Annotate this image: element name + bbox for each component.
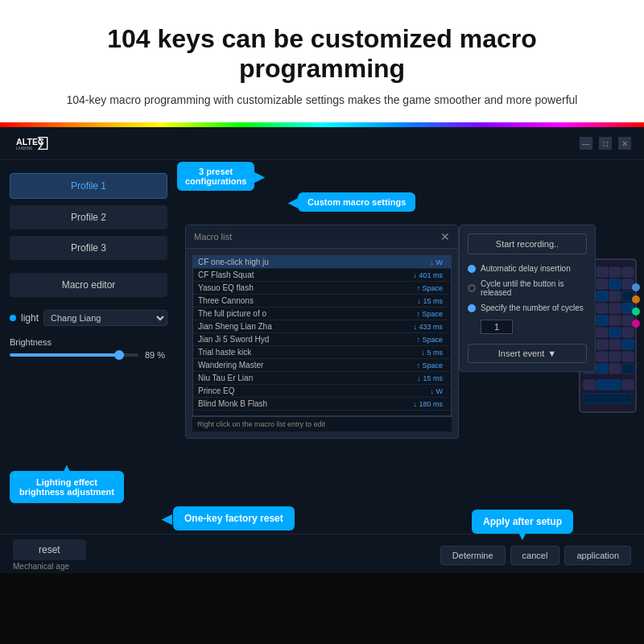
list-item[interactable]: Jian Ji 5 Sword Hyd ↑ Space xyxy=(193,333,451,346)
cancel-button[interactable]: cancel xyxy=(510,546,560,565)
svg-rect-41 xyxy=(584,380,595,390)
svg-point-46 xyxy=(632,295,640,303)
svg-rect-20 xyxy=(622,303,634,313)
profile-1-button[interactable]: Profile 1 xyxy=(10,173,167,199)
svg-rect-18 xyxy=(597,303,608,313)
macro-list-title: Macro list xyxy=(194,232,232,242)
apply-label: Apply after setup xyxy=(483,516,562,527)
macro-item-key: ↓ 433 ms xyxy=(413,323,443,331)
custom-macro-arrow-icon: ◀ xyxy=(288,195,298,210)
preset-callout-area: 3 presetconfigurations ▶ xyxy=(177,162,254,191)
list-item[interactable]: The full picture of o ↑ Space xyxy=(193,308,451,320)
dropdown-arrow-icon: ▼ xyxy=(547,349,556,358)
light-label: light xyxy=(21,312,39,324)
logo-area: ALTEC LANSING xyxy=(13,134,48,153)
application-button[interactable]: application xyxy=(564,546,631,565)
main-title: 104 keys can be customized macro program… xyxy=(32,24,612,84)
bottom-left: reset Mechanical age xyxy=(13,539,86,571)
svg-text:LANSING: LANSING xyxy=(16,147,33,151)
reset-button[interactable]: reset xyxy=(13,539,86,560)
cycle-button-label: Cycle until the button is released xyxy=(481,279,587,297)
insert-event-button[interactable]: Insert event ▼ xyxy=(468,344,587,363)
profile-2-button[interactable]: Profile 2 xyxy=(10,205,167,229)
macro-item-key: ↑ Space xyxy=(416,284,443,292)
macro-list[interactable]: CF one-click high ju ↓ W CF Flash Squat … xyxy=(192,255,452,416)
cycle-button-radio[interactable] xyxy=(468,284,476,292)
macro-item-name: Blind Monk B Flash xyxy=(198,399,410,408)
brightness-row: 89 % xyxy=(10,350,167,360)
macro-item-key: ↑ Space xyxy=(416,336,443,344)
macro-item-name: Trial haste kick xyxy=(198,348,418,357)
cycle-count-input[interactable] xyxy=(481,320,513,334)
light-section: light Chang Liang xyxy=(10,310,167,326)
macro-item-key: ↓ W xyxy=(431,258,444,266)
list-item[interactable]: Three Cannons ↓ 15 ms xyxy=(193,295,451,308)
factory-reset-label: One-key factory reset xyxy=(184,513,283,524)
apply-callout: Apply after setup ▼ xyxy=(472,510,573,534)
svg-rect-23 xyxy=(609,316,621,325)
list-item[interactable]: Trial haste kick ↓ 5 ms xyxy=(193,346,451,359)
specify-cycles-label: Specify the number of cycles xyxy=(481,303,584,312)
svg-rect-40 xyxy=(622,364,634,374)
svg-rect-27 xyxy=(609,328,621,337)
altec-lansing-logo: ALTEC LANSING xyxy=(16,134,48,153)
preset-arrow-icon: ▶ xyxy=(254,169,264,184)
sidebar: Profile 1 Profile 2 Profile 3 Macro edit… xyxy=(0,160,177,573)
svg-rect-8 xyxy=(622,267,634,277)
macro-list-container: CF one-click high ju ↓ W CF Flash Squat … xyxy=(192,255,452,416)
svg-rect-30 xyxy=(597,340,608,349)
macro-item-name: Three Cannons xyxy=(198,296,414,305)
svg-rect-26 xyxy=(597,328,608,337)
auto-delay-option: Automatic delay insertion xyxy=(468,264,587,273)
macro-item-name: Wandering Master xyxy=(198,361,413,369)
macro-content: CF one-click high ju ↓ W CF Flash Squat … xyxy=(186,249,458,438)
svg-rect-12 xyxy=(622,279,634,289)
macro-item-key: ↓ 15 ms xyxy=(417,374,443,382)
svg-rect-32 xyxy=(622,340,634,349)
specify-cycles-radio[interactable] xyxy=(468,304,476,312)
macro-editor-button[interactable]: Macro editor xyxy=(10,273,167,297)
list-item[interactable]: Yasuo EQ flash ↑ Space xyxy=(193,282,451,295)
svg-rect-38 xyxy=(597,364,608,374)
macro-item-name: Yasuo EQ flash xyxy=(198,283,413,292)
macro-dialog-close[interactable]: ✕ xyxy=(440,230,450,243)
brightness-thumb xyxy=(114,350,124,360)
close-button[interactable]: ✕ xyxy=(618,137,631,150)
brightness-value: 89 % xyxy=(145,350,167,360)
list-item[interactable]: Niu Tau Er Lian ↓ 15 ms xyxy=(193,372,451,385)
svg-rect-42 xyxy=(597,380,621,390)
lighting-callout-label: Lighting effectbrightness adjustment xyxy=(19,477,114,497)
custom-macro-callout: Custom macro settings ◀ xyxy=(298,192,415,212)
start-recording-button[interactable]: Start recording.. xyxy=(468,233,587,254)
svg-text:ALTEC: ALTEC xyxy=(16,137,44,147)
app-header: ALTEC LANSING — □ ✕ xyxy=(0,127,644,160)
bottom-bar: reset Mechanical age Determine cancel ap… xyxy=(0,534,644,573)
window-controls: — □ ✕ xyxy=(580,137,631,150)
macro-dialog-header: Macro list ✕ xyxy=(186,225,458,249)
profile-3-button[interactable]: Profile 3 xyxy=(10,236,167,260)
apply-callout-area: Apply after setup ▼ xyxy=(472,510,573,534)
list-item[interactable]: Blind Monk B Flash ↓ 180 ms xyxy=(193,398,451,411)
minimize-button[interactable]: — xyxy=(580,137,592,150)
macro-right-panel: Start recording.. Automatic delay insert… xyxy=(459,225,596,372)
light-select[interactable]: Chang Liang xyxy=(43,310,167,326)
brightness-slider[interactable] xyxy=(10,353,138,357)
brightness-section: Brightness 89 % xyxy=(10,337,167,360)
macro-item-key: ↓ 5 ms xyxy=(421,349,443,357)
list-item[interactable]: CF one-click high ju ↓ W xyxy=(193,256,451,269)
macro-item-key: ↓ 401 ms xyxy=(413,271,443,279)
list-item[interactable]: CF Flash Squat ↓ 401 ms xyxy=(193,269,451,282)
macro-item-name: Niu Tau Er Lian xyxy=(198,374,414,382)
list-item[interactable]: Jian Sheng Lian Zha ↓ 433 ms xyxy=(193,320,451,333)
lighting-callout-area: Lighting effectbrightness adjustment ▲ xyxy=(10,471,124,503)
macro-item-key: ↓ 180 ms xyxy=(413,400,443,408)
factory-reset-callout-area: ◀ One-key factory reset xyxy=(173,506,295,530)
macro-item-name: The full picture of o xyxy=(198,309,413,318)
list-item[interactable]: Wandering Master ↑ Space xyxy=(193,359,451,372)
auto-delay-radio[interactable] xyxy=(468,265,476,273)
determine-button[interactable]: Determine xyxy=(440,546,506,565)
svg-rect-11 xyxy=(609,279,621,289)
maximize-button[interactable]: □ xyxy=(599,137,612,150)
list-item[interactable]: Prince EQ ↓ W xyxy=(193,385,451,398)
macro-item-name: CF Flash Squat xyxy=(198,270,410,279)
